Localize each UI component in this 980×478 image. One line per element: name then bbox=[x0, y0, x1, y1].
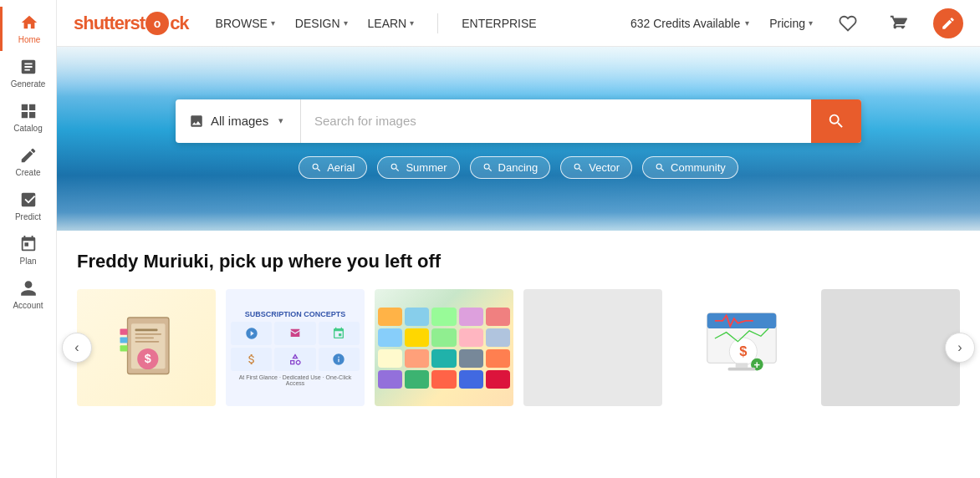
search-small-icon bbox=[311, 162, 322, 173]
svg-rect-4 bbox=[135, 329, 158, 332]
image-card-subscription[interactable]: SUBSCRIPTION CONCEPTS bbox=[226, 289, 365, 406]
main-content: shutterstock BROWSE ▾ DESIGN ▾ LEARN ▾ E… bbox=[57, 0, 980, 478]
nav-browse-label: BROWSE bbox=[216, 17, 268, 30]
sidebar-item-account[interactable]: Account bbox=[0, 272, 56, 317]
search-small-icon-5 bbox=[655, 162, 666, 173]
sidebar-item-generate[interactable]: Generate bbox=[0, 51, 56, 95]
suggestion-dancing-label: Dancing bbox=[498, 161, 538, 174]
svg-rect-7 bbox=[135, 341, 160, 343]
nav-learn[interactable]: LEARN ▾ bbox=[368, 17, 415, 30]
nav-browse[interactable]: BROWSE ▾ bbox=[216, 17, 275, 30]
svg-text:$: $ bbox=[145, 352, 151, 365]
suggestion-aerial[interactable]: Aerial bbox=[299, 156, 367, 179]
sidebar-label-create: Create bbox=[15, 168, 40, 177]
predict-icon bbox=[19, 191, 38, 209]
suggestion-aerial-label: Aerial bbox=[327, 161, 355, 174]
sidebar-label-plan: Plan bbox=[19, 257, 36, 266]
sidebar-label-home: Home bbox=[18, 35, 41, 44]
section-title: Freddy Muriuki, pick up where you left o… bbox=[77, 251, 960, 272]
suggestion-community-label: Community bbox=[671, 161, 726, 174]
svg-rect-6 bbox=[135, 337, 155, 338]
search-input[interactable] bbox=[301, 114, 811, 128]
sidebar-label-predict: Predict bbox=[15, 212, 41, 221]
nav-enterprise[interactable]: ENTERPRISE bbox=[462, 17, 536, 30]
sidebar-label-generate: Generate bbox=[11, 79, 46, 89]
sidebar-label-account: Account bbox=[13, 301, 43, 310]
sidebar-item-plan[interactable]: Plan bbox=[0, 228, 56, 272]
cart-button[interactable] bbox=[883, 8, 913, 38]
nav-design[interactable]: DESIGN ▾ bbox=[295, 17, 348, 30]
receipt-illustration: $ bbox=[109, 310, 184, 385]
search-type-chevron: ▾ bbox=[278, 115, 283, 126]
image-carousel: ‹ $ bbox=[77, 289, 960, 406]
sidebar-label-catalog: Catalog bbox=[13, 124, 42, 133]
plan-icon bbox=[19, 235, 38, 253]
image-card-gray-right[interactable] bbox=[821, 289, 960, 406]
catalog-icon bbox=[19, 102, 38, 120]
nav-design-label: DESIGN bbox=[295, 17, 340, 30]
suggestion-community[interactable]: Community bbox=[642, 156, 738, 179]
nav-separator bbox=[437, 13, 438, 33]
pricing-label: Pricing bbox=[769, 17, 805, 30]
nav-learn-label: LEARN bbox=[368, 17, 407, 30]
pricing-chevron-icon: ▾ bbox=[809, 18, 813, 28]
suggestion-vector[interactable]: Vector bbox=[560, 156, 632, 179]
nav-enterprise-label: ENTERPRISE bbox=[462, 17, 536, 30]
carousel-prev-button[interactable]: ‹ bbox=[62, 333, 92, 363]
generate-icon bbox=[19, 58, 38, 76]
account-icon bbox=[19, 279, 38, 297]
search-small-icon-4 bbox=[573, 162, 584, 173]
sidebar-item-predict[interactable]: Predict bbox=[0, 184, 56, 228]
create-icon bbox=[19, 146, 38, 165]
suggestion-dancing[interactable]: Dancing bbox=[470, 156, 551, 179]
logo-text-2: ck bbox=[170, 13, 188, 34]
svg-rect-5 bbox=[135, 333, 162, 335]
image-grid: $ bbox=[77, 289, 960, 406]
svg-rect-17 bbox=[736, 363, 748, 368]
search-bar: All images ▾ bbox=[176, 99, 861, 143]
logo-icon: o bbox=[145, 12, 169, 35]
image-card-health[interactable]: $ + bbox=[672, 289, 811, 406]
health-finance-illustration: $ + bbox=[696, 306, 788, 389]
search-button[interactable] bbox=[811, 99, 861, 143]
main-scroll-area: Freddy Muriuki, pick up where you left o… bbox=[57, 231, 980, 478]
search-container: All images ▾ Aerial Summer bbox=[57, 99, 980, 179]
image-card-gray[interactable] bbox=[523, 289, 662, 406]
svg-rect-10 bbox=[120, 345, 128, 351]
top-navbar: shutterstock BROWSE ▾ DESIGN ▾ LEARN ▾ E… bbox=[57, 0, 980, 47]
pricing-button[interactable]: Pricing ▾ bbox=[769, 17, 813, 30]
suggestion-summer-label: Summer bbox=[406, 161, 447, 174]
sidebar-item-home[interactable]: Home bbox=[0, 7, 56, 51]
user-avatar-button[interactable] bbox=[933, 8, 963, 38]
image-type-icon bbox=[189, 114, 204, 129]
hero-clouds bbox=[57, 47, 980, 97]
suggestion-vector-label: Vector bbox=[589, 161, 620, 174]
search-type-selector[interactable]: All images ▾ bbox=[176, 99, 301, 143]
svg-rect-9 bbox=[120, 337, 128, 343]
edit-icon bbox=[941, 16, 956, 31]
sidebar-item-create[interactable]: Create bbox=[0, 140, 56, 184]
heart-icon bbox=[839, 14, 857, 33]
sidebar-item-catalog[interactable]: Catalog bbox=[0, 95, 56, 140]
search-small-icon-2 bbox=[390, 162, 401, 173]
logo[interactable]: shutterstock bbox=[74, 12, 189, 35]
image-card-tech-grid[interactable] bbox=[375, 289, 513, 406]
image-card-receipt[interactable]: $ bbox=[77, 289, 216, 406]
sidebar: Home Generate Catalog Create Predict Pla… bbox=[0, 0, 57, 478]
hero-section: All images ▾ Aerial Summer bbox=[57, 47, 980, 231]
suggestion-tags: Aerial Summer Dancing Vector Community bbox=[299, 156, 738, 179]
credits-chevron-icon: ▾ bbox=[745, 18, 749, 28]
svg-text:$: $ bbox=[739, 343, 747, 358]
browse-chevron-icon: ▾ bbox=[271, 18, 275, 28]
cart-icon bbox=[889, 14, 907, 33]
credits-button[interactable]: 632 Credits Available ▾ bbox=[630, 17, 749, 30]
svg-rect-18 bbox=[728, 368, 756, 371]
suggestion-summer[interactable]: Summer bbox=[377, 156, 459, 179]
design-chevron-icon: ▾ bbox=[344, 18, 348, 28]
learn-chevron-icon: ▾ bbox=[410, 18, 414, 28]
search-small-icon-3 bbox=[482, 162, 493, 173]
svg-rect-8 bbox=[120, 329, 128, 335]
wishlist-button[interactable] bbox=[833, 8, 863, 38]
home-icon bbox=[20, 13, 38, 32]
carousel-next-button[interactable]: › bbox=[945, 333, 975, 363]
